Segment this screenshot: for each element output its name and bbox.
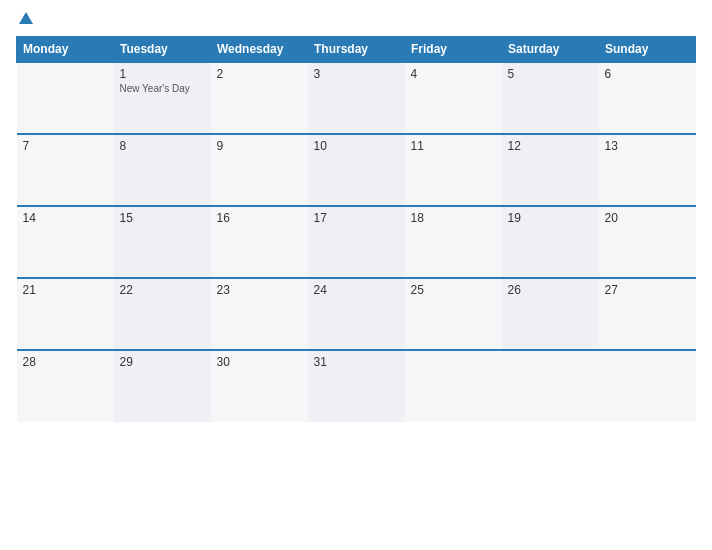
calendar-table: MondayTuesdayWednesdayThursdayFridaySatu… xyxy=(16,36,696,422)
day-header-wednesday: Wednesday xyxy=(211,37,308,63)
day-number: 20 xyxy=(605,211,690,225)
day-number: 1 xyxy=(120,67,205,81)
calendar-cell: 11 xyxy=(405,134,502,206)
calendar-cell: 25 xyxy=(405,278,502,350)
day-header-tuesday: Tuesday xyxy=(114,37,211,63)
days-header-row: MondayTuesdayWednesdayThursdayFridaySatu… xyxy=(17,37,696,63)
calendar-cell: 27 xyxy=(599,278,696,350)
calendar-cell: 22 xyxy=(114,278,211,350)
day-number: 18 xyxy=(411,211,496,225)
day-number: 2 xyxy=(217,67,302,81)
day-number: 28 xyxy=(23,355,108,369)
week-row-1: 1New Year's Day23456 xyxy=(17,62,696,134)
day-number: 7 xyxy=(23,139,108,153)
week-row-5: 28293031 xyxy=(17,350,696,422)
day-number: 12 xyxy=(508,139,593,153)
calendar-cell: 7 xyxy=(17,134,114,206)
day-number: 4 xyxy=(411,67,496,81)
calendar-cell: 3 xyxy=(308,62,405,134)
calendar-cell: 8 xyxy=(114,134,211,206)
day-number: 26 xyxy=(508,283,593,297)
logo xyxy=(16,10,36,28)
event-label: New Year's Day xyxy=(120,83,205,94)
calendar-cell: 10 xyxy=(308,134,405,206)
day-number: 29 xyxy=(120,355,205,369)
calendar-header xyxy=(16,10,696,28)
day-number: 31 xyxy=(314,355,399,369)
day-number: 25 xyxy=(411,283,496,297)
calendar-cell: 12 xyxy=(502,134,599,206)
day-number: 5 xyxy=(508,67,593,81)
day-number: 8 xyxy=(120,139,205,153)
calendar-cell: 9 xyxy=(211,134,308,206)
calendar-cell: 30 xyxy=(211,350,308,422)
svg-marker-0 xyxy=(19,12,33,24)
day-header-saturday: Saturday xyxy=(502,37,599,63)
calendar-cell: 15 xyxy=(114,206,211,278)
week-row-3: 14151617181920 xyxy=(17,206,696,278)
day-number: 19 xyxy=(508,211,593,225)
day-number: 10 xyxy=(314,139,399,153)
day-number: 30 xyxy=(217,355,302,369)
day-number: 17 xyxy=(314,211,399,225)
calendar-cell: 1New Year's Day xyxy=(114,62,211,134)
calendar-cell: 23 xyxy=(211,278,308,350)
calendar-cell: 31 xyxy=(308,350,405,422)
day-number: 16 xyxy=(217,211,302,225)
calendar-cell: 2 xyxy=(211,62,308,134)
day-header-friday: Friday xyxy=(405,37,502,63)
logo-icon xyxy=(17,10,35,28)
day-number: 21 xyxy=(23,283,108,297)
calendar-cell: 14 xyxy=(17,206,114,278)
day-header-sunday: Sunday xyxy=(599,37,696,63)
day-number: 9 xyxy=(217,139,302,153)
day-number: 6 xyxy=(605,67,690,81)
day-number: 3 xyxy=(314,67,399,81)
calendar-cell: 13 xyxy=(599,134,696,206)
calendar-cell: 6 xyxy=(599,62,696,134)
day-number: 23 xyxy=(217,283,302,297)
calendar-cell: 20 xyxy=(599,206,696,278)
calendar-cell xyxy=(405,350,502,422)
day-number: 13 xyxy=(605,139,690,153)
day-number: 24 xyxy=(314,283,399,297)
calendar-cell xyxy=(502,350,599,422)
calendar-cell: 5 xyxy=(502,62,599,134)
day-header-monday: Monday xyxy=(17,37,114,63)
calendar-cell: 26 xyxy=(502,278,599,350)
week-row-4: 21222324252627 xyxy=(17,278,696,350)
calendar-cell: 28 xyxy=(17,350,114,422)
week-row-2: 78910111213 xyxy=(17,134,696,206)
calendar-cell: 21 xyxy=(17,278,114,350)
day-number: 15 xyxy=(120,211,205,225)
calendar-cell: 16 xyxy=(211,206,308,278)
day-number: 14 xyxy=(23,211,108,225)
calendar-cell: 18 xyxy=(405,206,502,278)
day-header-thursday: Thursday xyxy=(308,37,405,63)
calendar-cell: 19 xyxy=(502,206,599,278)
calendar-cell: 17 xyxy=(308,206,405,278)
calendar-cell: 24 xyxy=(308,278,405,350)
calendar-container: MondayTuesdayWednesdayThursdayFridaySatu… xyxy=(0,0,712,550)
calendar-cell: 4 xyxy=(405,62,502,134)
calendar-cell: 29 xyxy=(114,350,211,422)
day-number: 22 xyxy=(120,283,205,297)
calendar-cell xyxy=(599,350,696,422)
day-number: 27 xyxy=(605,283,690,297)
calendar-cell xyxy=(17,62,114,134)
day-number: 11 xyxy=(411,139,496,153)
